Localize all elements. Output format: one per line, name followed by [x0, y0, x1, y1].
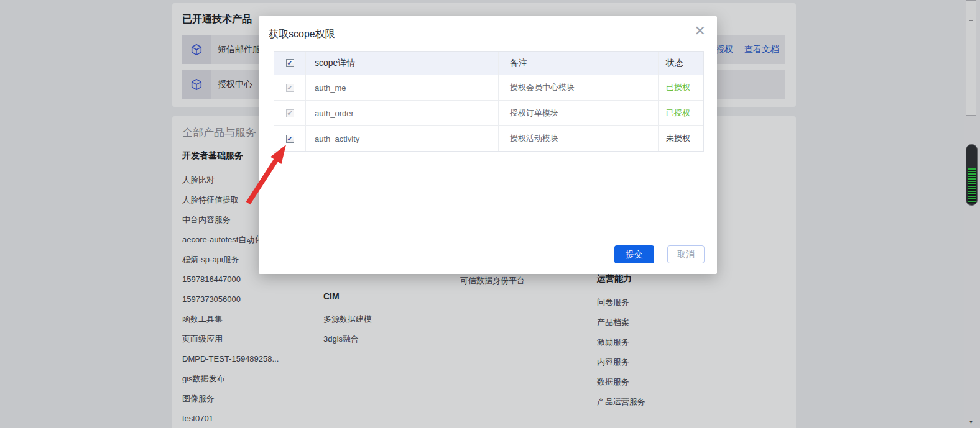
- scope-table: ✔ scope详情 备注 状态 ✔ auth_me 授权会员中心模块 已授权 ✔…: [274, 51, 704, 152]
- column-header-status: 状态: [658, 52, 705, 75]
- row-checkbox[interactable]: ✔: [286, 135, 294, 143]
- row-checkbox: ✔: [286, 84, 294, 92]
- status-badge: 已授权: [658, 75, 705, 100]
- scope-name: auth_activity: [305, 126, 498, 151]
- table-header-row: ✔ scope详情 备注 状态: [274, 52, 703, 75]
- dialog-title: 获取scope权限: [269, 28, 335, 41]
- scope-permission-dialog: 获取scope权限 ✕ ✔ scope详情 备注 状态 ✔ auth_me 授权…: [259, 16, 717, 274]
- column-header-remark: 备注: [498, 52, 658, 75]
- status-badge: 已授权: [658, 101, 705, 125]
- scope-name: auth_me: [305, 75, 498, 100]
- scope-name: auth_order: [305, 101, 498, 125]
- scope-remark: 授权会员中心模块: [498, 75, 658, 100]
- table-row: ✔ auth_order 授权订单模块 已授权: [274, 100, 703, 125]
- cancel-button[interactable]: 取消: [667, 245, 705, 263]
- row-checkbox: ✔: [286, 109, 294, 117]
- close-icon[interactable]: ✕: [695, 24, 706, 38]
- table-row: ✔ auth_activity 授权活动模块 未授权: [274, 125, 703, 151]
- status-badge: 未授权: [658, 126, 705, 151]
- submit-button[interactable]: 提交: [614, 245, 654, 263]
- scope-remark: 授权活动模块: [498, 126, 658, 151]
- select-all-checkbox[interactable]: ✔: [286, 59, 294, 67]
- table-row: ✔ auth_me 授权会员中心模块 已授权: [274, 75, 703, 100]
- column-header-scope: scope详情: [305, 52, 498, 75]
- scope-remark: 授权订单模块: [498, 101, 658, 125]
